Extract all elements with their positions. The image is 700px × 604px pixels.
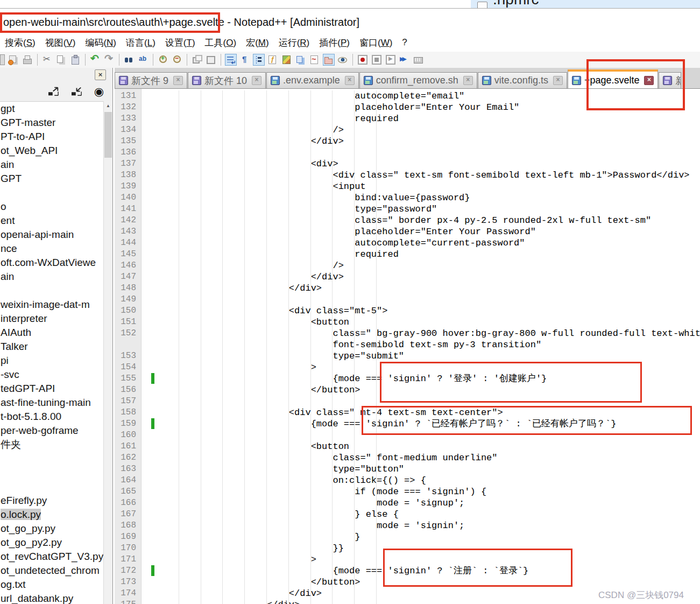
macro-record-icon[interactable] bbox=[357, 54, 368, 65]
macro-play-icon[interactable] bbox=[385, 54, 396, 65]
tab--10[interactable]: 新文件 10× bbox=[188, 72, 266, 88]
menu-tools[interactable]: 工具(O) bbox=[200, 35, 242, 51]
expand-all-icon[interactable] bbox=[46, 85, 61, 99]
scrollbar-up-arrow-icon[interactable]: ▲ bbox=[104, 101, 112, 110]
indent-guide-icon[interactable] bbox=[253, 54, 264, 65]
panel-scrollbar[interactable]: ▲ bbox=[103, 101, 112, 604]
tree-item[interactable]: ot_Web_API bbox=[0, 144, 103, 158]
zoom-out-icon[interactable] bbox=[172, 54, 182, 65]
code-line: required bbox=[157, 113, 700, 124]
tree-item[interactable]: GPT-master bbox=[0, 116, 103, 130]
tree-item[interactable]: t-bot-5.1.8.00 bbox=[0, 410, 103, 424]
explorer-peek-item[interactable]: .npmrc bbox=[471, 0, 700, 8]
function-list-icon[interactable] bbox=[267, 54, 278, 65]
show-symbols-icon[interactable] bbox=[239, 54, 250, 65]
folder-workspace-icon[interactable] bbox=[323, 54, 334, 65]
tab-confirm_remove.sh[interactable]: confirm_remove.sh× bbox=[359, 72, 477, 88]
tree-item[interactable]: url_databank.py bbox=[0, 592, 103, 604]
word-wrap-icon[interactable] bbox=[225, 54, 236, 65]
undo-icon[interactable] bbox=[90, 54, 101, 65]
save-partial-icon[interactable] bbox=[0, 54, 5, 65]
tree-item[interactable]: ain bbox=[0, 270, 103, 284]
tree-item[interactable]: GPT bbox=[0, 172, 103, 186]
menu-run[interactable]: 运行(R) bbox=[274, 35, 315, 51]
tab-close-icon[interactable]: × bbox=[644, 76, 654, 85]
tree-item[interactable]: oft.com-WxDatViewe bbox=[0, 256, 103, 270]
tab-close-icon[interactable]: × bbox=[345, 76, 355, 85]
tab-label: 新文件 10 bbox=[204, 74, 247, 87]
macro-stop-icon[interactable] bbox=[371, 54, 382, 65]
tree-item[interactable]: AIAuth bbox=[0, 326, 103, 340]
file-monitor-icon[interactable] bbox=[337, 54, 348, 65]
print-icon[interactable] bbox=[22, 54, 33, 65]
code-text[interactable]: autocomplete="email" placeholder="Enter … bbox=[157, 90, 700, 604]
redo-icon[interactable] bbox=[104, 54, 115, 65]
tab-.env.example[interactable]: .env.example× bbox=[266, 72, 359, 88]
tab-+page.svelte[interactable]: +page.svelte× bbox=[568, 69, 659, 89]
cut-icon[interactable] bbox=[42, 54, 53, 65]
document-map-icon[interactable] bbox=[281, 54, 292, 65]
doc-switcher-icon[interactable] bbox=[295, 54, 306, 65]
collapse-all-icon[interactable] bbox=[69, 85, 84, 99]
tree-item[interactable]: ot_undetected_chrom bbox=[0, 564, 103, 578]
code-line: font-semibold text-sm py-3 transition" bbox=[157, 339, 700, 350]
menu-settings[interactable]: 设置(T) bbox=[160, 35, 200, 51]
maximize-window-icon[interactable] bbox=[206, 54, 216, 65]
tree-item[interactable]: PT-to-API bbox=[0, 130, 103, 144]
tree-item[interactable]: weixin-image-dat-m bbox=[0, 298, 103, 312]
tree-item[interactable]: o bbox=[0, 200, 103, 214]
locate-file-icon[interactable]: ◉ bbox=[91, 85, 107, 99]
zoom-in-icon[interactable] bbox=[158, 54, 168, 65]
menu-help[interactable]: ? bbox=[397, 36, 412, 50]
save-all-icon[interactable] bbox=[8, 54, 19, 65]
tree-item[interactable]: Talker bbox=[0, 340, 103, 354]
toolbar-separator bbox=[221, 54, 221, 66]
tree-item[interactable]: og.txt bbox=[0, 578, 103, 592]
menu-plugins[interactable]: 插件(P) bbox=[314, 35, 355, 51]
tree-item[interactable]: openai-api-main bbox=[0, 228, 103, 242]
tree-item[interactable]: ot_revChatGPT_V3.py bbox=[0, 550, 103, 564]
tree-item[interactable]: ast-fine-tuning-main bbox=[0, 396, 103, 410]
tab--[interactable]: 新 bbox=[659, 72, 681, 88]
tree-item[interactable]: ot_go_py2.py bbox=[0, 536, 103, 550]
tree-item[interactable]: pi bbox=[0, 354, 103, 368]
tree-item[interactable]: ot_go_py.py bbox=[0, 522, 103, 536]
paste-icon[interactable] bbox=[70, 54, 81, 65]
menu-language[interactable]: 语言(L) bbox=[121, 35, 160, 51]
menu-search[interactable]: 搜索(S) bbox=[0, 35, 40, 51]
tree-item[interactable]: interpreter bbox=[0, 312, 103, 326]
tree-item[interactable]: ain bbox=[0, 158, 103, 172]
macro-save-icon[interactable] bbox=[413, 54, 424, 65]
find-icon[interactable] bbox=[124, 54, 135, 65]
panel-close-button[interactable]: × bbox=[95, 69, 106, 80]
restore-window-icon[interactable] bbox=[192, 54, 202, 65]
tree-item[interactable]: -svc bbox=[0, 368, 103, 382]
code-line: class=" font-medium underline" bbox=[157, 452, 700, 463]
tree-item[interactable]: eFirefly.py bbox=[0, 494, 103, 508]
menu-macro[interactable]: 宏(M) bbox=[241, 35, 274, 51]
tree-item[interactable]: gpt bbox=[0, 102, 103, 116]
menu-window[interactable]: 窗口(W) bbox=[355, 35, 397, 51]
tree-item[interactable]: o.lock.py bbox=[0, 508, 103, 522]
tree-item[interactable]: per-web-goframe bbox=[0, 424, 103, 438]
tree-item[interactable]: 件夹 bbox=[0, 438, 103, 452]
tab-close-icon[interactable]: × bbox=[463, 76, 473, 85]
tab-vite.config.ts[interactable]: vite.config.ts× bbox=[478, 72, 567, 88]
tree-item[interactable]: nce bbox=[0, 242, 103, 256]
toolbar-separator bbox=[37, 54, 38, 66]
scrollbar-thumb[interactable] bbox=[104, 112, 112, 158]
macro-run-multiple-icon[interactable] bbox=[399, 54, 410, 65]
menu-encoding[interactable]: 编码(N) bbox=[80, 35, 121, 51]
function-list-2-icon[interactable] bbox=[309, 54, 320, 65]
replace-icon[interactable] bbox=[138, 54, 149, 65]
tab-label: vite.config.ts bbox=[494, 75, 548, 86]
editor[interactable]: 1311321331341351361371381391401411421431… bbox=[115, 89, 700, 604]
tree-item[interactable]: ent bbox=[0, 214, 103, 228]
tab--9[interactable]: 新文件 9× bbox=[115, 72, 187, 88]
tree-item[interactable]: tedGPT-API bbox=[0, 382, 103, 396]
copy-icon[interactable] bbox=[56, 54, 67, 65]
tab-close-icon[interactable]: × bbox=[173, 76, 183, 85]
tab-close-icon[interactable]: × bbox=[252, 76, 261, 85]
tab-close-icon[interactable]: × bbox=[553, 76, 563, 85]
menu-view[interactable]: 视图(V) bbox=[40, 35, 81, 51]
